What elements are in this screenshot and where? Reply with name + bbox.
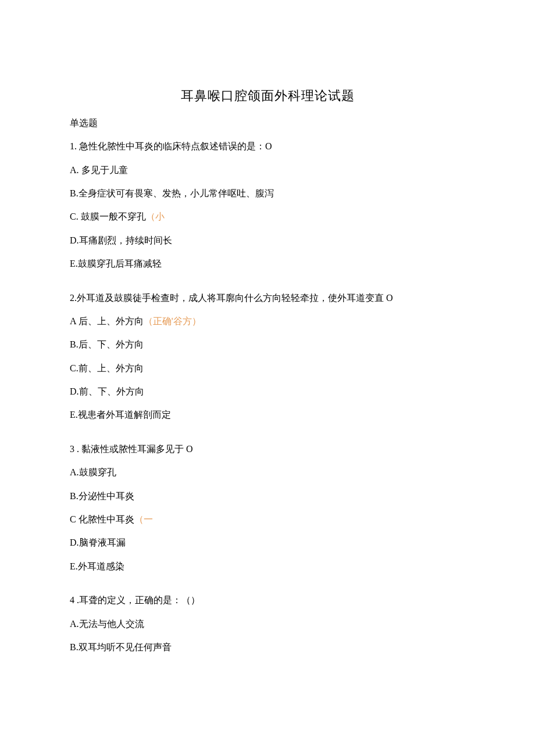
section-label: 单选题 [70,117,465,130]
q1-option-d: D.耳痛剧烈，持续时间长 [70,234,465,247]
q1-option-c-text: C. 鼓膜一般不穿孔 [70,212,146,221]
q2-option-a-answer: （正确'谷方） [144,316,201,326]
q1-option-a: A. 多见于儿童 [70,164,465,177]
q1-option-c-answer: （小 [146,212,165,221]
q2-option-d: D.前、下、外方向 [70,385,465,398]
q1-option-e: E.鼓膜穿孔后耳痛减轻 [70,257,465,270]
q1-option-b: B.全身症状可有畏寒、发热，小儿常伴呕吐、腹泻 [70,187,465,200]
q3-stem: 3 . 黏液性或脓性耳漏多见于 O [70,443,465,456]
q4-option-a: A.无法与他人交流 [70,618,465,630]
page-title: 耳鼻喉口腔颌面外科理论试题 [70,87,465,105]
q2-option-c: C.前、上、外方向 [70,362,465,375]
q2-option-b: B.后、下、外方向 [70,338,465,351]
document-page: 耳鼻喉口腔颌面外科理论试题 单选题 1. 急性化脓性中耳炎的临床特点叙述错误的是… [0,0,535,711]
q2-stem: 2.外耳道及鼓膜徒手检查时，成人将耳廓向什么方向轻轻牵拉，使外耳道变直 O [70,292,465,304]
q3-option-a: A.鼓膜穿孔 [70,466,465,479]
q3-option-b: B.分泌性中耳炎 [70,490,465,503]
q2-option-a: A 后、上、外方向（正确'谷方） [70,315,465,328]
q4-option-b: B.双耳均听不见任何声音 [70,641,465,654]
q3-option-c-text: C 化脓性中耳炎 [70,514,134,524]
q3-option-d: D.脑脊液耳漏 [70,536,465,549]
q2-option-a-text: A 后、上、外方向 [70,316,144,326]
q3-option-c: C 化脓性中耳炎（一 [70,513,465,526]
q4-stem: 4 .耳聋的定义，正确的是：（） [70,594,465,607]
q1-option-c: C. 鼓膜一般不穿孔（小 [70,210,465,223]
q3-option-c-answer: （一 [134,514,153,524]
q2-option-e: E.视患者外耳道解剖而定 [70,409,465,421]
q3-option-e: E.外耳道感染 [70,560,465,573]
q1-stem: 1. 急性化脓性中耳炎的临床特点叙述错误的是：O [70,140,465,153]
